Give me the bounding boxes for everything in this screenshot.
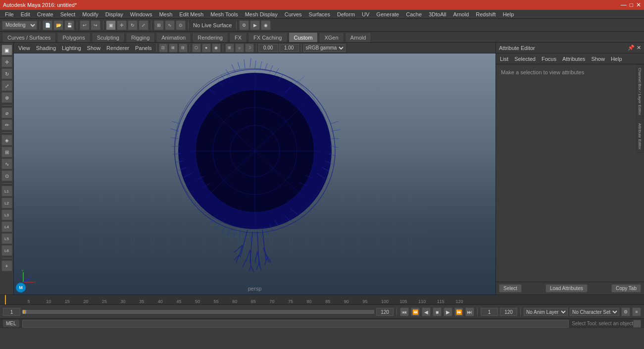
char-set-select[interactable]: No Character Set	[570, 308, 619, 316]
frame-selected-btn[interactable]: ⊟	[179, 44, 188, 52]
right-side-tab-channel[interactable]: Channel Box / Layer Editor Attribute Edi…	[636, 64, 644, 154]
tab-rendering[interactable]: Rendering	[192, 32, 228, 42]
layer-6[interactable]: L6	[1, 245, 12, 256]
minimize-btn[interactable]: —	[621, 1, 627, 8]
near-clip-input[interactable]	[258, 44, 278, 52]
menu-windows[interactable]: Windows	[127, 10, 155, 19]
paint-tool[interactable]: ✏	[1, 119, 12, 130]
snap-grid-btn[interactable]: ⊞	[154, 20, 164, 30]
playback-end-input[interactable]	[500, 308, 517, 316]
textured-btn[interactable]: ◉	[212, 44, 221, 52]
timeline-playhead[interactable]	[5, 295, 6, 305]
menu-edit-mesh[interactable]: Edit Mesh	[176, 10, 206, 19]
tab-rigging[interactable]: Rigging	[126, 32, 155, 42]
ae-select-btn[interactable]: Select	[499, 284, 522, 293]
render-settings-btn[interactable]: ⚙	[239, 20, 249, 30]
channel-box-tab[interactable]: Channel Box / Layer Editor	[636, 64, 644, 119]
step-back-btn[interactable]: ⏪	[411, 307, 420, 316]
ae-pin-btn[interactable]: 📌	[628, 45, 635, 51]
menu-help[interactable]: Help	[500, 10, 517, 19]
lasso-tool[interactable]: ⌀	[1, 107, 12, 118]
ae-tab-attributes[interactable]: Attributes	[560, 56, 587, 62]
move-tool-btn[interactable]: ✛	[117, 20, 127, 30]
shadow-toggle-btn[interactable]: ☽	[245, 44, 254, 52]
viewport-canvas[interactable]: X Y Z M persp	[14, 53, 495, 295]
menu-3dtoall[interactable]: 3DtoAll	[426, 10, 449, 19]
color-space-select[interactable]: sRGB gamma	[303, 44, 346, 52]
lighting-toggle-btn[interactable]: ☼	[235, 44, 244, 52]
tab-custom[interactable]: Custom	[289, 32, 318, 42]
tab-curves-surfaces[interactable]: Curves / Surfaces	[2, 32, 56, 42]
go-end-btn[interactable]: ⏭	[465, 307, 474, 316]
new-scene-btn[interactable]: 📄	[43, 20, 52, 30]
tab-fx[interactable]: FX	[229, 32, 247, 42]
status-options-btn[interactable]	[633, 320, 641, 328]
undo-btn[interactable]: ↩	[80, 20, 90, 30]
stop-btn[interactable]: ■	[433, 307, 442, 316]
window-controls[interactable]: — □ ✕	[621, 1, 641, 8]
end-frame-input[interactable]	[376, 308, 394, 316]
tab-polygons[interactable]: Polygons	[57, 32, 90, 42]
scale-tool-btn[interactable]: ⤢	[139, 20, 149, 30]
attribute-editor-tab[interactable]: Attribute Editor	[636, 120, 644, 153]
menu-generate[interactable]: Generate	[373, 10, 402, 19]
menu-select[interactable]: Select	[57, 10, 79, 19]
smooth-btn[interactable]: ●	[202, 44, 211, 52]
menu-mesh-display[interactable]: Mesh Display	[242, 10, 281, 19]
select-tool[interactable]: ▣	[1, 45, 12, 55]
tab-sculpting[interactable]: Sculpting	[92, 32, 125, 42]
snap-point-btn[interactable]: ⊙	[176, 20, 186, 30]
snap-curve-btn[interactable]: ∿	[165, 20, 175, 30]
menu-uv[interactable]: UV	[359, 10, 372, 19]
mel-input[interactable]	[22, 320, 569, 328]
step-fwd-btn[interactable]: ⏩	[454, 307, 463, 316]
play-fwd-btn[interactable]: ▶	[444, 307, 452, 316]
maximize-btn[interactable]: □	[630, 1, 633, 8]
vp-menu-shading[interactable]: Shading	[34, 45, 58, 51]
play-back-btn[interactable]: ◀	[422, 307, 431, 316]
menu-surfaces[interactable]: Surfaces	[306, 10, 333, 19]
scale-tool[interactable]: ⤢	[1, 80, 12, 91]
ae-tab-show[interactable]: Show	[589, 56, 607, 62]
menu-modify[interactable]: Modify	[79, 10, 101, 19]
vp-menu-lighting[interactable]: Lighting	[59, 45, 84, 51]
universal-manip[interactable]: ⊕	[1, 92, 12, 103]
close-btn[interactable]: ✕	[636, 1, 641, 8]
menu-cache[interactable]: Cache	[403, 10, 425, 19]
menu-deform[interactable]: Deform	[334, 10, 358, 19]
menu-mesh-tools[interactable]: Mesh Tools	[207, 10, 241, 19]
save-btn[interactable]: 💾	[64, 20, 74, 30]
rotate-tool[interactable]: ↻	[1, 68, 12, 79]
anim-layer-select[interactable]: No Anim Layer	[524, 308, 568, 316]
snap-point[interactable]: ⊙	[1, 170, 12, 181]
open-btn[interactable]: 📂	[53, 20, 63, 30]
vp-menu-view[interactable]: View	[16, 45, 33, 51]
move-tool[interactable]: ✛	[1, 56, 12, 67]
snap-curve[interactable]: ∿	[1, 158, 12, 169]
menu-create[interactable]: Create	[34, 10, 56, 19]
menu-file[interactable]: File	[2, 10, 17, 19]
vp-menu-panels[interactable]: Panels	[133, 45, 154, 51]
menu-display[interactable]: Display	[102, 10, 126, 19]
tab-arnold[interactable]: Arnold	[345, 32, 372, 42]
ae-close-btn[interactable]: ✕	[637, 45, 641, 51]
workspace-selector[interactable]: Modeling Rigging Animation	[2, 21, 37, 30]
select-tool-btn[interactable]: ▣	[106, 20, 116, 30]
ae-tab-focus[interactable]: Focus	[540, 56, 558, 62]
timeline-scrub-bar[interactable]	[22, 310, 374, 314]
ae-tab-selected[interactable]: Selected	[512, 56, 538, 62]
tab-animation[interactable]: Animation	[156, 32, 191, 42]
tab-xgen[interactable]: XGen	[319, 32, 344, 42]
ae-copy-tab-btn[interactable]: Copy Tab	[611, 284, 641, 293]
frame-all-btn[interactable]: ⊞	[169, 44, 178, 52]
redo-btn[interactable]: ↪	[91, 20, 100, 30]
layer-1[interactable]: L1	[1, 186, 12, 197]
current-frame-input[interactable]	[3, 308, 20, 316]
layer-5[interactable]: L5	[1, 233, 12, 244]
grid-toggle-btn[interactable]: ⊞	[225, 44, 234, 52]
far-clip-input[interactable]	[279, 44, 299, 52]
vp-menu-renderer[interactable]: Renderer	[104, 45, 132, 51]
render-btn[interactable]: ▶	[250, 20, 260, 30]
menu-arnold[interactable]: Arnold	[450, 10, 472, 19]
snap-grid[interactable]: ⊞	[1, 147, 12, 157]
